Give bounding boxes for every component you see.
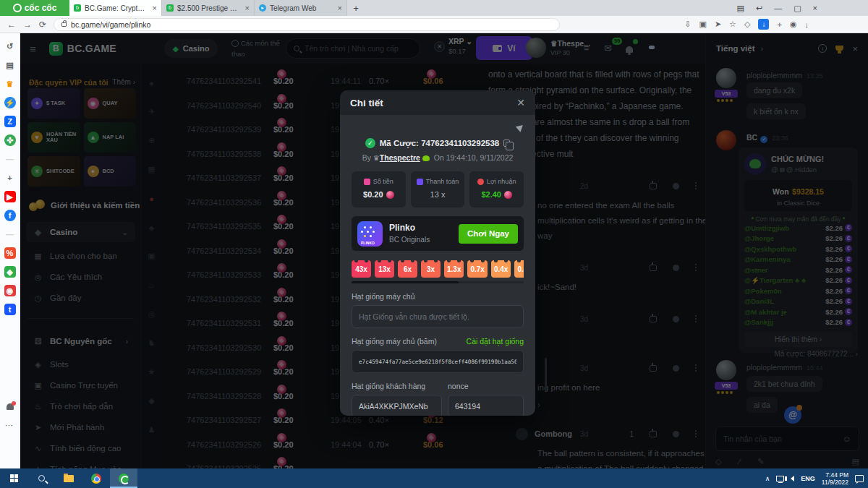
stat-amount: Số tiền $0.20 xyxy=(352,171,406,207)
game-name: Plinko xyxy=(389,223,415,233)
profit-icon xyxy=(477,179,484,185)
close-window-button[interactable]: × xyxy=(813,4,817,12)
bet-timestamp: On 19:44:10, 9/11/2022 xyxy=(434,153,514,162)
multiplier-chip: 0.4x xyxy=(514,260,524,278)
tab-close-icon[interactable]: × xyxy=(338,4,342,12)
stat-payout: Thanh toán 13 x xyxy=(411,171,465,207)
telegram-favicon: ▸ xyxy=(259,4,266,12)
close-modal-icon[interactable]: ✕ xyxy=(516,97,525,108)
chips-scrollbar[interactable] xyxy=(352,281,524,283)
cash-icon xyxy=(364,179,370,185)
translate-icon[interactable]: ▣ xyxy=(699,20,706,29)
share-bet-icon[interactable] xyxy=(516,122,525,132)
taskbar-search-icon[interactable] xyxy=(27,468,55,488)
nonce-input[interactable] xyxy=(455,402,516,411)
start-button[interactable] xyxy=(0,468,27,488)
client-seed-field[interactable] xyxy=(352,395,442,416)
coin-icon xyxy=(386,191,394,199)
file-explorer-icon[interactable] xyxy=(55,468,82,488)
rail-icon[interactable]: f xyxy=(4,210,16,221)
tab-close-icon[interactable]: × xyxy=(153,4,157,12)
minimize-button[interactable]: — xyxy=(774,4,782,12)
player-link[interactable]: Thespectre xyxy=(380,153,420,162)
lock-icon xyxy=(61,22,67,27)
taskbar-clock[interactable]: 7:44 PM11/9/2022 xyxy=(822,471,848,486)
rail-icon[interactable]: t xyxy=(4,304,16,315)
rail-icon[interactable]: — xyxy=(4,153,16,165)
rail-icon[interactable]: Z xyxy=(4,116,16,127)
tab-plinko-challenge[interactable]: b $2.500 Prestige Plinko Challe × xyxy=(162,0,255,16)
tab-title: $2.500 Prestige Plinko Challe xyxy=(177,4,242,12)
rail-icon[interactable]: ◉ xyxy=(4,285,16,296)
downloads-icon[interactable]: ↓ xyxy=(805,20,809,29)
maximize-button[interactable]: ▢ xyxy=(793,4,801,13)
forward-icon[interactable]: → xyxy=(23,20,32,30)
server-seed-field[interactable] xyxy=(352,305,524,328)
rail-icon[interactable]: ↺ xyxy=(4,40,16,52)
network-icon[interactable] xyxy=(776,476,784,481)
new-tab-button[interactable]: + xyxy=(347,0,365,16)
rail-icon[interactable]: — xyxy=(4,228,16,240)
bookmark-star-icon[interactable]: ☆ xyxy=(729,20,736,29)
coccoc-brand: cốc cốc xyxy=(0,0,69,16)
restore-tab-icon[interactable]: ↩ xyxy=(756,4,762,13)
server-seed-label: Hạt giống máy chủ xyxy=(352,292,524,301)
hashed-seed-input[interactable] xyxy=(359,359,516,365)
bcgame-favicon: b xyxy=(166,4,174,12)
language-indicator[interactable]: ENG xyxy=(801,475,815,482)
hashed-seed-field[interactable] xyxy=(352,350,524,373)
url-text: bc.game/vi/game/plinko xyxy=(71,20,150,29)
rail-icon[interactable]: ◈ xyxy=(4,266,16,278)
tab-close-icon[interactable]: × xyxy=(245,4,250,12)
bcgame-page: ≡ B BC.GAME ◆ Casino Các môn thể thao ✕ … xyxy=(20,33,868,468)
multiplier-chip: 13x xyxy=(375,260,394,278)
chrome-icon[interactable] xyxy=(82,468,110,488)
tab-bcgame[interactable]: b BC.Game: Crypto Casino Gan × xyxy=(69,0,162,16)
crown-icon: ♛ xyxy=(373,154,380,162)
tab-title: BC.Game: Crypto Casino Gan xyxy=(85,4,149,12)
rail-icon[interactable]: % xyxy=(4,247,16,259)
wallet-icon xyxy=(417,179,423,185)
copy-icon[interactable] xyxy=(503,140,510,147)
tab-telegram[interactable]: ▸ Telegram Web × xyxy=(255,0,347,16)
downloader-icon[interactable]: ↓ xyxy=(758,19,769,30)
rail-icon[interactable]: ♛ xyxy=(4,78,16,90)
reader-mode-icon[interactable]: ▤ xyxy=(737,4,744,13)
rail-icon[interactable]: + xyxy=(4,172,16,184)
plinko-game-icon xyxy=(357,221,383,247)
modal-title: Chi tiết xyxy=(350,98,383,108)
multiplier-chips: 43x13x6x3x1.3x0.7x0.4x0.4x0.7x xyxy=(352,260,524,278)
reload-icon[interactable]: ⟳ xyxy=(39,20,46,30)
download-page-icon[interactable]: ⇩ xyxy=(684,20,691,29)
client-seed-label: Hạt giống khách hàng xyxy=(352,382,442,390)
volume-icon[interactable] xyxy=(791,476,794,481)
server-seed-input[interactable] xyxy=(359,312,516,321)
profile-icon[interactable]: ◉ xyxy=(790,20,797,29)
coccoc-brand-label: cốc cốc xyxy=(25,3,57,13)
multiplier-chip: 0.4x xyxy=(491,260,511,278)
hidden-icons-caret[interactable]: ∧ xyxy=(765,475,770,482)
bet-meta-row: By ♛Thespectre On 19:44:10, 9/11/2022 xyxy=(352,153,524,162)
client-seed-input[interactable] xyxy=(359,402,435,411)
rail-icon[interactable]: ▶ xyxy=(4,191,16,202)
coccoc-taskbar-icon[interactable] xyxy=(110,468,137,488)
share-icon[interactable]: ➤ xyxy=(715,20,721,29)
rail-more-icon[interactable]: ⋯ xyxy=(5,421,14,430)
adblock-shield-icon[interactable]: ◇ xyxy=(744,20,750,29)
rail-icon[interactable]: ▤ xyxy=(4,59,16,71)
url-input[interactable]: bc.game/vi/game/plinko xyxy=(54,18,560,31)
rail-icon[interactable]: ⚡ xyxy=(4,97,16,108)
rail-icon[interactable]: ✜ xyxy=(4,134,16,146)
game-row: PlinkoBC Originals Chơi Ngay xyxy=(352,216,524,251)
back-icon[interactable]: ← xyxy=(7,20,16,30)
nonce-field[interactable] xyxy=(448,395,524,416)
bet-details-modal: Chi tiết ✕ ✓ Mã Cược: 74762341103292538 … xyxy=(340,90,535,416)
multiplier-chip: 3x xyxy=(421,260,441,278)
seed-settings-link[interactable]: Cài đặt hạt giống xyxy=(467,337,524,346)
nonce-label: nonce xyxy=(448,382,524,390)
extensions-icon[interactable]: + xyxy=(777,20,781,29)
action-center-icon[interactable] xyxy=(855,475,864,482)
notification-bell-icon[interactable] xyxy=(7,403,14,410)
play-now-button[interactable]: Chơi Ngay xyxy=(459,224,518,244)
hashed-seed-label: Hạt giống máy chủ (băm) xyxy=(352,337,437,346)
